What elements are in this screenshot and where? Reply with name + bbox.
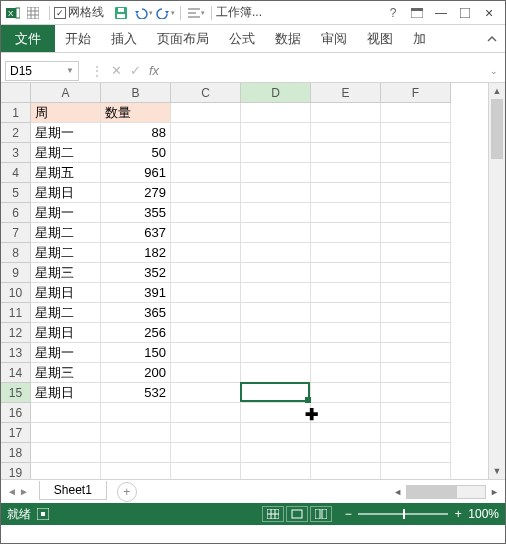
cell[interactable] [381, 283, 451, 303]
cell[interactable] [381, 363, 451, 383]
tab-data[interactable]: 数据 [265, 25, 311, 52]
cell[interactable]: 星期日 [31, 383, 101, 403]
expand-formula-icon[interactable]: ⌄ [487, 66, 501, 76]
cell[interactable]: 355 [101, 203, 171, 223]
cell[interactable] [381, 223, 451, 243]
chevron-down-icon[interactable]: ▼ [66, 66, 74, 75]
cell[interactable] [241, 183, 311, 203]
select-all-corner[interactable] [1, 83, 31, 103]
row-header[interactable]: 15 [1, 383, 31, 403]
cell[interactable] [241, 403, 311, 423]
maximize-button[interactable] [453, 4, 477, 22]
cell[interactable]: 200 [101, 363, 171, 383]
column-header[interactable]: A [31, 83, 101, 103]
cell[interactable]: 星期日 [31, 183, 101, 203]
vertical-scrollbar[interactable]: ▲ ▼ [488, 83, 505, 479]
name-box[interactable]: D15 ▼ [5, 61, 79, 81]
hscroll-thumb[interactable] [407, 486, 457, 498]
cell[interactable] [171, 443, 241, 463]
cell[interactable] [311, 343, 381, 363]
cell[interactable] [31, 423, 101, 443]
collapse-ribbon-icon[interactable] [479, 25, 505, 52]
row-header[interactable]: 4 [1, 163, 31, 183]
cell[interactable] [311, 443, 381, 463]
cell[interactable]: 352 [101, 263, 171, 283]
cell[interactable]: 365 [101, 303, 171, 323]
cell[interactable] [241, 423, 311, 443]
cell[interactable]: 星期日 [31, 283, 101, 303]
horizontal-scrollbar[interactable]: ◄ ► [391, 485, 505, 499]
cell[interactable] [381, 183, 451, 203]
cancel-icon[interactable]: ✕ [111, 63, 122, 78]
cell[interactable] [381, 143, 451, 163]
cell[interactable] [241, 443, 311, 463]
cell[interactable] [241, 123, 311, 143]
row-header[interactable]: 14 [1, 363, 31, 383]
cell[interactable] [171, 463, 241, 479]
cell[interactable]: 星期二 [31, 143, 101, 163]
cell[interactable]: 256 [101, 323, 171, 343]
cell[interactable] [241, 243, 311, 263]
row-header[interactable]: 5 [1, 183, 31, 203]
cell[interactable] [241, 283, 311, 303]
cell[interactable] [381, 303, 451, 323]
cell[interactable]: 182 [101, 243, 171, 263]
cell[interactable]: 星期二 [31, 303, 101, 323]
cell[interactable]: 星期一 [31, 123, 101, 143]
cell[interactable] [241, 223, 311, 243]
cell[interactable] [241, 343, 311, 363]
cell[interactable] [381, 263, 451, 283]
cell[interactable] [31, 463, 101, 479]
cell[interactable] [31, 443, 101, 463]
cell[interactable]: 星期五 [31, 163, 101, 183]
cell[interactable] [171, 103, 241, 123]
cell[interactable] [101, 403, 171, 423]
cell[interactable] [171, 243, 241, 263]
tab-file[interactable]: 文件 [1, 25, 55, 52]
cell[interactable]: 150 [101, 343, 171, 363]
cell[interactable] [241, 163, 311, 183]
macro-icon[interactable] [37, 508, 49, 520]
cell[interactable] [171, 123, 241, 143]
cell[interactable] [381, 423, 451, 443]
cell[interactable]: 50 [101, 143, 171, 163]
row-header[interactable]: 10 [1, 283, 31, 303]
column-header[interactable]: F [381, 83, 451, 103]
tab-layout[interactable]: 页面布局 [147, 25, 219, 52]
cell[interactable] [311, 283, 381, 303]
cell[interactable] [171, 343, 241, 363]
cell[interactable] [171, 143, 241, 163]
cell[interactable] [31, 403, 101, 423]
cell[interactable] [381, 103, 451, 123]
cell[interactable] [171, 363, 241, 383]
cell[interactable] [311, 303, 381, 323]
scroll-up-icon[interactable]: ▲ [489, 83, 505, 99]
cell[interactable] [311, 223, 381, 243]
cell[interactable] [171, 423, 241, 443]
cell[interactable] [381, 343, 451, 363]
zoom-slider[interactable] [358, 513, 448, 515]
ribbon-display-icon[interactable] [405, 4, 429, 22]
zoom-in-button[interactable]: + [452, 507, 464, 521]
cell[interactable] [171, 283, 241, 303]
cell[interactable]: 961 [101, 163, 171, 183]
alignment-icon[interactable]: ▾ [186, 4, 206, 22]
cell[interactable] [171, 383, 241, 403]
cell[interactable] [311, 403, 381, 423]
cell[interactable] [171, 163, 241, 183]
cell[interactable] [241, 143, 311, 163]
cell[interactable] [311, 163, 381, 183]
cell[interactable] [101, 423, 171, 443]
cell[interactable] [311, 183, 381, 203]
row-header[interactable]: 6 [1, 203, 31, 223]
cell[interactable]: 星期一 [31, 203, 101, 223]
row-header[interactable]: 8 [1, 243, 31, 263]
cell[interactable] [311, 123, 381, 143]
row-header[interactable]: 18 [1, 443, 31, 463]
cell[interactable] [311, 263, 381, 283]
row-header[interactable]: 1 [1, 103, 31, 123]
add-sheet-button[interactable]: + [117, 482, 137, 502]
cell[interactable] [171, 323, 241, 343]
row-header[interactable]: 11 [1, 303, 31, 323]
cell[interactable] [381, 163, 451, 183]
